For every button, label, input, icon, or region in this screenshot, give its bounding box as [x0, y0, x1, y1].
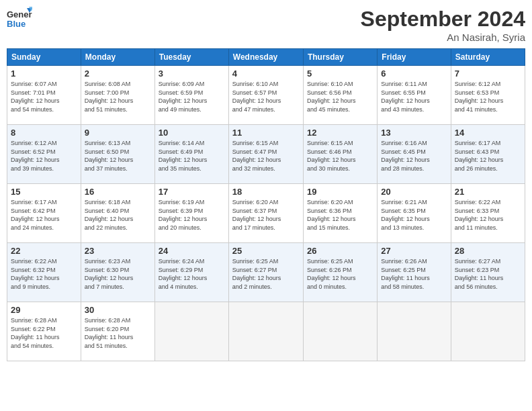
day-number: 23 — [85, 246, 151, 256]
day-info: Sunrise: 6:22 AMSunset: 6:32 PMDaylight:… — [11, 257, 77, 291]
calendar-cell: 25 Sunrise: 6:25 AMSunset: 6:27 PMDaylig… — [228, 243, 303, 302]
day-number: 24 — [159, 246, 225, 256]
day-info: Sunrise: 6:28 AMSunset: 6:20 PMDaylight:… — [85, 316, 151, 350]
day-info: Sunrise: 6:10 AMSunset: 6:56 PMDaylight:… — [307, 80, 373, 113]
day-info: Sunrise: 6:17 AMSunset: 6:43 PMDaylight:… — [455, 139, 521, 173]
day-number: 10 — [159, 128, 225, 138]
calendar-cell: 15 Sunrise: 6:17 AMSunset: 6:42 PMDaylig… — [7, 184, 81, 243]
day-info: Sunrise: 6:10 AMSunset: 6:57 PMDaylight:… — [232, 80, 300, 113]
calendar-table: Sunday Monday Tuesday Wednesday Thursday… — [7, 48, 525, 361]
day-info: Sunrise: 6:22 AMSunset: 6:33 PMDaylight:… — [455, 198, 521, 232]
calendar-header-row: Sunday Monday Tuesday Wednesday Thursday… — [7, 49, 525, 66]
calendar-cell: 27 Sunrise: 6:26 AMSunset: 6:25 PMDaylig… — [378, 243, 451, 302]
calendar-cell: 10 Sunrise: 6:14 AMSunset: 6:49 PMDaylig… — [154, 125, 228, 184]
calendar-cell — [378, 302, 451, 361]
day-info: Sunrise: 6:26 AMSunset: 6:25 PMDaylight:… — [381, 257, 447, 291]
day-number: 20 — [381, 187, 447, 197]
day-number: 16 — [85, 187, 151, 197]
logo: General Blue — [7, 7, 32, 32]
day-info: Sunrise: 6:11 AMSunset: 6:55 PMDaylight:… — [381, 80, 447, 113]
day-info: Sunrise: 6:25 AMSunset: 6:26 PMDaylight:… — [307, 257, 373, 291]
day-number: 2 — [85, 68, 151, 79]
calendar-cell — [154, 302, 228, 361]
calendar-cell: 12 Sunrise: 6:15 AMSunset: 6:46 PMDaylig… — [303, 125, 377, 184]
day-info: Sunrise: 6:25 AMSunset: 6:27 PMDaylight:… — [232, 257, 300, 291]
day-number: 5 — [307, 68, 373, 79]
day-info: Sunrise: 6:07 AMSunset: 7:01 PMDaylight:… — [11, 80, 77, 113]
calendar-cell: 9 Sunrise: 6:13 AMSunset: 6:50 PMDayligh… — [81, 125, 154, 184]
day-number: 30 — [85, 305, 151, 315]
col-monday: Monday — [81, 49, 154, 66]
calendar-cell — [228, 302, 303, 361]
day-info: Sunrise: 6:23 AMSunset: 6:30 PMDaylight:… — [85, 257, 151, 291]
col-tuesday: Tuesday — [154, 49, 228, 66]
day-number: 26 — [307, 246, 373, 256]
day-info: Sunrise: 6:12 AMSunset: 6:53 PMDaylight:… — [455, 80, 521, 113]
day-info: Sunrise: 6:17 AMSunset: 6:42 PMDaylight:… — [11, 198, 77, 232]
day-number: 25 — [232, 246, 300, 256]
day-number: 1 — [11, 68, 77, 79]
day-number: 21 — [455, 187, 521, 197]
day-info: Sunrise: 6:28 AMSunset: 6:22 PMDaylight:… — [11, 316, 77, 350]
day-info: Sunrise: 6:14 AMSunset: 6:49 PMDaylight:… — [159, 139, 225, 173]
week-row-5: 29 Sunrise: 6:28 AMSunset: 6:22 PMDaylig… — [7, 302, 525, 361]
day-info: Sunrise: 6:12 AMSunset: 6:52 PMDaylight:… — [11, 139, 77, 173]
day-info: Sunrise: 6:20 AMSunset: 6:37 PMDaylight:… — [232, 198, 300, 232]
calendar-cell — [451, 302, 525, 361]
week-row-1: 1 Sunrise: 6:07 AMSunset: 7:01 PMDayligh… — [7, 66, 525, 125]
day-number: 4 — [232, 68, 300, 79]
day-info: Sunrise: 6:21 AMSunset: 6:35 PMDaylight:… — [381, 198, 447, 232]
calendar-cell: 8 Sunrise: 6:12 AMSunset: 6:52 PMDayligh… — [7, 125, 81, 184]
week-row-2: 8 Sunrise: 6:12 AMSunset: 6:52 PMDayligh… — [7, 125, 525, 184]
day-number: 14 — [455, 128, 521, 138]
day-info: Sunrise: 6:20 AMSunset: 6:36 PMDaylight:… — [307, 198, 373, 232]
location: An Nasirah, Syria — [361, 32, 525, 43]
svg-text:General: General — [7, 9, 32, 19]
day-info: Sunrise: 6:09 AMSunset: 6:59 PMDaylight:… — [159, 80, 225, 113]
day-number: 7 — [455, 68, 521, 79]
logo-container: General Blue — [7, 7, 32, 32]
calendar-cell: 30 Sunrise: 6:28 AMSunset: 6:20 PMDaylig… — [81, 302, 154, 361]
day-number: 9 — [85, 128, 151, 138]
day-info: Sunrise: 6:16 AMSunset: 6:45 PMDaylight:… — [381, 139, 447, 173]
day-number: 11 — [232, 128, 300, 138]
calendar-cell: 22 Sunrise: 6:22 AMSunset: 6:32 PMDaylig… — [7, 243, 81, 302]
day-info: Sunrise: 6:24 AMSunset: 6:29 PMDaylight:… — [159, 257, 225, 291]
day-number: 29 — [11, 305, 77, 315]
day-number: 6 — [381, 68, 447, 79]
calendar-cell: 7 Sunrise: 6:12 AMSunset: 6:53 PMDayligh… — [451, 66, 525, 125]
calendar-cell: 28 Sunrise: 6:27 AMSunset: 6:23 PMDaylig… — [451, 243, 525, 302]
day-number: 28 — [455, 246, 521, 256]
calendar-cell: 23 Sunrise: 6:23 AMSunset: 6:30 PMDaylig… — [81, 243, 154, 302]
week-row-4: 22 Sunrise: 6:22 AMSunset: 6:32 PMDaylig… — [7, 243, 525, 302]
calendar-cell: 19 Sunrise: 6:20 AMSunset: 6:36 PMDaylig… — [303, 184, 377, 243]
week-row-3: 15 Sunrise: 6:17 AMSunset: 6:42 PMDaylig… — [7, 184, 525, 243]
day-number: 3 — [159, 68, 225, 79]
day-info: Sunrise: 6:15 AMSunset: 6:46 PMDaylight:… — [307, 139, 373, 173]
calendar-cell: 16 Sunrise: 6:18 AMSunset: 6:40 PMDaylig… — [81, 184, 154, 243]
day-info: Sunrise: 6:18 AMSunset: 6:40 PMDaylight:… — [85, 198, 151, 232]
calendar-cell: 14 Sunrise: 6:17 AMSunset: 6:43 PMDaylig… — [451, 125, 525, 184]
col-saturday: Saturday — [451, 49, 525, 66]
calendar-cell: 1 Sunrise: 6:07 AMSunset: 7:01 PMDayligh… — [7, 66, 81, 125]
day-number: 12 — [307, 128, 373, 138]
day-info: Sunrise: 6:15 AMSunset: 6:47 PMDaylight:… — [232, 139, 300, 173]
calendar-cell: 29 Sunrise: 6:28 AMSunset: 6:22 PMDaylig… — [7, 302, 81, 361]
calendar-cell: 3 Sunrise: 6:09 AMSunset: 6:59 PMDayligh… — [154, 66, 228, 125]
calendar-cell: 11 Sunrise: 6:15 AMSunset: 6:47 PMDaylig… — [228, 125, 303, 184]
day-number: 17 — [159, 187, 225, 197]
svg-text:Blue: Blue — [7, 19, 26, 29]
month-title: September 2024 — [361, 7, 525, 32]
calendar-cell: 5 Sunrise: 6:10 AMSunset: 6:56 PMDayligh… — [303, 66, 377, 125]
calendar-cell: 24 Sunrise: 6:24 AMSunset: 6:29 PMDaylig… — [154, 243, 228, 302]
calendar-cell: 21 Sunrise: 6:22 AMSunset: 6:33 PMDaylig… — [451, 184, 525, 243]
calendar-cell: 26 Sunrise: 6:25 AMSunset: 6:26 PMDaylig… — [303, 243, 377, 302]
col-friday: Friday — [378, 49, 451, 66]
day-number: 8 — [11, 128, 77, 138]
day-number: 18 — [232, 187, 300, 197]
calendar-cell: 2 Sunrise: 6:08 AMSunset: 7:00 PMDayligh… — [81, 66, 154, 125]
day-info: Sunrise: 6:13 AMSunset: 6:50 PMDaylight:… — [85, 139, 151, 173]
calendar-cell: 6 Sunrise: 6:11 AMSunset: 6:55 PMDayligh… — [378, 66, 451, 125]
title-block: September 2024 An Nasirah, Syria — [361, 7, 525, 43]
col-wednesday: Wednesday — [228, 49, 303, 66]
